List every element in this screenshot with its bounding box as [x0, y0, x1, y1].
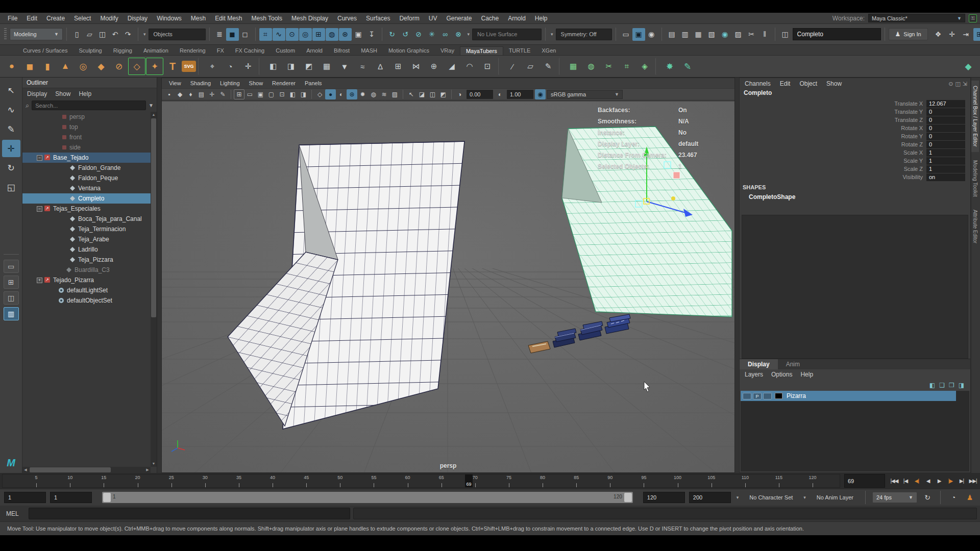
auto-keyframe-icon[interactable]: ♟ — [964, 493, 976, 502]
shelf-divider[interactable] — [198, 58, 202, 75]
select-object-icon[interactable]: ◼ — [226, 28, 239, 41]
menu-set-dropdown[interactable]: Modeling ▼ — [10, 28, 63, 40]
outliner-vertical-scrollbar[interactable]: ▲ ▼ — [151, 112, 157, 467]
pivot-icon[interactable]: ✛ — [946, 28, 959, 41]
layer-editor-tab[interactable]: Display — [740, 359, 778, 369]
go-to-start-button[interactable]: |◀◀ — [889, 475, 899, 487]
two-pane-layout-button[interactable]: ◫ — [4, 291, 19, 305]
motion-blur-icon[interactable]: ≋ — [379, 89, 389, 99]
film-gate-icon[interactable]: ▭ — [244, 89, 255, 99]
outliner-item[interactable]: Teja_Arabe — [22, 234, 151, 244]
expand-toggle[interactable] — [53, 124, 59, 130]
animation-start-input[interactable] — [4, 492, 46, 503]
layer-editor-menu-item[interactable]: Layers — [745, 371, 763, 378]
sidebar-vertical-tab[interactable]: Channel Box / Layer Editor — [971, 81, 979, 152]
outliner-persp-layout-button[interactable]: ▥ — [4, 307, 19, 320]
shelf-tab[interactable]: VRay — [435, 46, 460, 55]
outliner-item[interactable]: Completo — [22, 193, 151, 204]
layer-editor-tab[interactable]: Anim — [778, 359, 808, 369]
menu-item[interactable]: UV — [424, 13, 442, 24]
expand-icon[interactable]: ⇲ — [963, 81, 967, 87]
backface-culling-icon[interactable]: ◩ — [438, 89, 449, 99]
paint-select-tool[interactable]: ✎ — [2, 120, 20, 138]
separate-icon[interactable]: ◨ — [282, 58, 300, 75]
grid-toggle-icon[interactable]: ⊞ — [973, 28, 980, 41]
move-tool[interactable]: ✛ — [2, 140, 20, 157]
channel-value-field[interactable]: 12.067 — [926, 100, 965, 108]
snap-curve-icon[interactable]: ∿ — [273, 28, 285, 41]
chevron-down-icon[interactable]: ▾ — [735, 495, 741, 500]
menu-item[interactable]: Edit Mesh — [210, 13, 247, 24]
render-ball-icon[interactable]: ◉ — [719, 28, 731, 41]
svg-tool-icon[interactable]: SVG — [182, 61, 196, 72]
sidebar-vertical-tab[interactable]: Modeling Toolkit — [971, 155, 979, 202]
channel-label[interactable]: Scale X — [903, 149, 923, 156]
playback-range-slider[interactable]: 1 120 — [102, 492, 633, 503]
step-back-frame-button[interactable]: |◀ — [900, 475, 911, 487]
channel-box-menu-item[interactable]: Edit — [780, 80, 791, 87]
uv-cut-icon[interactable]: ✂ — [600, 58, 618, 75]
layer-playback-icon[interactable]: ❑ — [939, 382, 945, 389]
menu-item[interactable]: Cache — [476, 13, 503, 24]
channel-value-field[interactable]: 0 — [926, 124, 965, 132]
channel-value-field[interactable]: 1 — [926, 165, 965, 173]
outliner-item[interactable]: Ladrillo — [22, 244, 151, 255]
live-surface-field[interactable]: No Live Surface — [472, 29, 542, 40]
expand-toggle[interactable] — [62, 165, 67, 171]
align-icon[interactable]: ⇥ — [960, 28, 972, 41]
shelf-tab[interactable]: Animation — [138, 46, 174, 55]
create-polygon-icon[interactable]: ✎ — [540, 58, 557, 75]
menu-item[interactable]: Edit — [22, 13, 42, 24]
playback-end-input[interactable] — [643, 492, 685, 503]
outliner-item[interactable]: Ventana — [22, 183, 151, 193]
highlight-selection-icon[interactable]: ↧ — [365, 28, 378, 41]
smooth-mesh-icon[interactable]: ≈ — [354, 58, 371, 75]
layer-editor-menu-item[interactable]: Help — [800, 371, 813, 378]
object-name-input[interactable] — [793, 28, 881, 40]
scroll-left-icon[interactable]: ◀ — [22, 467, 29, 473]
chevron-down-icon[interactable]: ▾ — [142, 32, 148, 37]
command-input[interactable] — [29, 508, 350, 519]
shelf-divider[interactable] — [559, 58, 562, 75]
expand-toggle[interactable]: − — [37, 206, 42, 212]
layout-icon[interactable]: ◫ — [955, 81, 960, 87]
chevron-down-icon[interactable]: ▾ — [802, 495, 807, 500]
multi-cut-icon[interactable]: ∕ — [504, 58, 521, 75]
channel-value-field[interactable]: 0 — [926, 141, 965, 148]
expand-toggle[interactable] — [62, 216, 67, 222]
shelf-tab[interactable]: FX Caching — [230, 46, 270, 55]
viewport-menu-item[interactable]: Lighting — [216, 80, 244, 86]
extrude-icon[interactable]: ⊡ — [479, 58, 496, 75]
expand-toggle[interactable] — [62, 247, 67, 253]
gate-mask-icon[interactable]: ▢ — [266, 89, 277, 99]
undo-icon[interactable]: ↶ — [109, 28, 121, 41]
poly-star-icon[interactable]: ✦ — [146, 58, 163, 75]
shelf-divider[interactable] — [259, 58, 262, 75]
command-results-field[interactable] — [353, 508, 977, 519]
lock-camera-icon[interactable]: ▪ — [164, 89, 175, 99]
timeline-ruler[interactable]: 69 5 10 15 20 — [2, 474, 840, 488]
outliner-item[interactable]: Faldon_Grande — [22, 163, 151, 173]
layer-visibility-checkbox[interactable] — [743, 393, 751, 399]
outliner-item[interactable]: front — [22, 132, 151, 142]
selected-object-name[interactable]: Completo — [740, 89, 970, 99]
shelf-tab[interactable]: MayaTubers — [460, 46, 503, 55]
range-start-handle[interactable] — [103, 493, 111, 502]
shelf-tab[interactable]: Motion Graphics — [383, 46, 435, 55]
snap-point-icon[interactable]: ⊙ — [286, 28, 299, 41]
bookmark-icon[interactable]: ♦ — [185, 89, 196, 99]
menu-item[interactable]: Deform — [395, 13, 424, 24]
channel-value-field[interactable]: 0 — [926, 116, 965, 124]
play-backwards-button[interactable]: ◀ — [923, 475, 933, 487]
outliner-item[interactable]: Teja_Pizzara — [22, 255, 151, 265]
workspace-panel-icon[interactable]: ◫ — [779, 28, 792, 41]
channel-value-field[interactable]: 1 — [926, 149, 965, 157]
poly-disc-icon[interactable]: ⊘ — [110, 58, 128, 75]
go-to-end-button[interactable]: ▶▶| — [968, 475, 978, 487]
new-scene-icon[interactable]: ▯ — [70, 28, 83, 41]
type-tool-icon[interactable]: T — [164, 58, 181, 75]
pin-icon[interactable]: ⊙ — [948, 81, 953, 87]
smooth-shade-icon[interactable]: ● — [325, 89, 336, 99]
resolution-gate-icon[interactable]: ▣ — [255, 89, 266, 99]
scale-tool[interactable]: ◱ — [2, 179, 20, 196]
